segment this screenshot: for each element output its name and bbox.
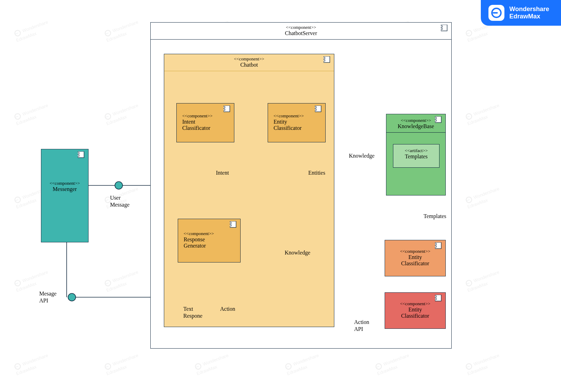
stereotype-label: <<artifact>>	[393, 148, 439, 153]
brand-line1: Wondershare	[509, 6, 549, 13]
component-name: ChatbotServer	[152, 30, 450, 36]
stereotype-label: <<component>>	[166, 56, 333, 62]
svg-point-82	[68, 293, 76, 301]
artifact-name: Templates	[393, 153, 439, 160]
brand-badge: Wondershare EdrawMax	[481, 0, 561, 26]
stereotype-label: <<component>>	[274, 113, 304, 119]
component-intent-classificator: <<component>> Intent Classificator	[176, 103, 234, 142]
stereotype-label: <<component>>	[41, 181, 88, 186]
component-icon	[230, 221, 238, 229]
stereotype-label: <<component>>	[184, 231, 214, 236]
stereotype-label: <<component>>	[182, 113, 212, 119]
stereotype-label: <<component>>	[385, 301, 445, 307]
component-entity-classificator-3: <<component>> Entity Classificator	[385, 292, 446, 329]
component-icon	[315, 106, 323, 113]
brand-line2: EdrawMax	[509, 13, 549, 20]
component-entity-classificator-2: <<component>> Entity Classificator	[385, 240, 446, 276]
component-icon	[78, 151, 86, 159]
component-icon	[324, 56, 332, 64]
label-templates: Templates	[424, 213, 446, 220]
stereotype-label: <<component>>	[152, 25, 450, 30]
stereotype-label: <<component>>	[385, 249, 445, 254]
component-name: Response Generator	[184, 236, 214, 249]
component-entity-classificator: <<component>> Entity Classificator	[268, 103, 326, 142]
component-name: Messenger	[41, 186, 88, 192]
label-entities: Entities	[308, 169, 325, 176]
label-knowledge-top: Knowledge	[349, 152, 375, 159]
brand-icon	[488, 5, 504, 21]
component-icon	[224, 106, 232, 113]
component-name: Entity Classificator	[385, 254, 445, 267]
component-name: KnowledgeBase	[388, 123, 444, 130]
component-icon	[435, 116, 443, 124]
diagram-canvas: WondershareEdrawMaxWondershareEdrawMaxWo…	[0, 0, 561, 392]
component-icon	[441, 25, 449, 32]
label-action: Action	[220, 306, 235, 312]
label-knowledge-right: Knowledge	[285, 249, 310, 256]
component-knowledge-base: <<component>> KnowledgeBase <<artifact>>…	[386, 114, 446, 195]
artifact-templates: <<artifact>> Templates	[393, 144, 439, 168]
component-response-generator: <<component>> Response Generator	[178, 219, 241, 262]
component-name: Entity Classificator	[274, 119, 304, 131]
component-name: Chatbot	[166, 62, 333, 68]
component-name: Entity Classificator	[385, 307, 445, 319]
svg-point-64	[115, 182, 123, 189]
component-name: Intent Classificator	[182, 119, 212, 131]
label-action-api: Action API	[354, 319, 369, 333]
label-text-response: Text Respone	[183, 306, 202, 319]
label-user-message: User Message	[110, 194, 129, 208]
component-chatbot: <<component>> Chatbot	[164, 54, 334, 327]
component-messenger: <<component>> Messenger	[41, 149, 89, 242]
label-mesage-api: Mesage API	[39, 290, 57, 304]
label-intent: Intent	[216, 169, 229, 176]
